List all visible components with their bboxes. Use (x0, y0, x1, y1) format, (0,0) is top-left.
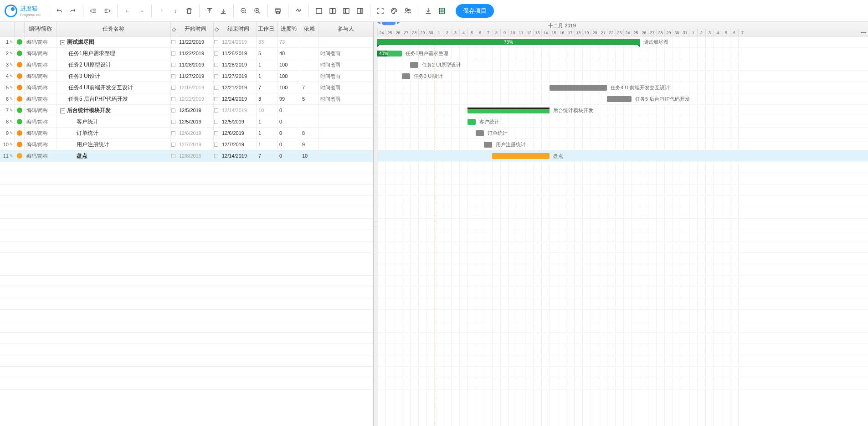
row-assign[interactable] (318, 139, 373, 150)
grid-row[interactable]: 7✎编码/简称−后台统计模块开发12/5/201912/14/2019100 (0, 105, 373, 116)
row-diamond2[interactable] (214, 71, 220, 82)
row-diamond1[interactable] (171, 59, 177, 70)
row-code[interactable]: 编码/简称 (25, 150, 56, 161)
delete-icon[interactable] (184, 5, 195, 16)
timeline-day[interactable]: 2 (697, 29, 705, 36)
row-code[interactable]: 编码/简称 (25, 36, 56, 47)
row-end[interactable]: 12/24/2019 (220, 93, 257, 104)
timeline-day[interactable]: 10 (508, 29, 517, 36)
col-days[interactable]: 工作日. (257, 22, 277, 36)
timeline-day[interactable]: 31 (681, 29, 689, 36)
row-status[interactable] (15, 71, 25, 82)
timeline-day[interactable]: 23 (615, 29, 623, 36)
critical-path-icon[interactable] (293, 5, 304, 16)
row-dep[interactable]: 5 (300, 93, 318, 104)
row-dep[interactable] (300, 71, 318, 82)
row-days[interactable]: 3 (257, 93, 277, 104)
row-end[interactable]: 11/27/2019 (220, 71, 257, 82)
row-days[interactable]: 1 (257, 59, 277, 70)
row-status[interactable] (15, 48, 25, 59)
gantt-bar[interactable]: 任务5 后台PHP代码开发 (607, 96, 632, 102)
row-days[interactable]: 7 (257, 82, 277, 93)
row-progress[interactable]: 100 (277, 59, 300, 70)
row-start[interactable]: 12/5/2019 (177, 116, 214, 127)
timeline-day[interactable]: 28 (656, 29, 664, 36)
row-dep[interactable] (300, 116, 318, 127)
timeline-day[interactable]: 22 (607, 29, 615, 36)
timeline-day[interactable]: 3 (451, 29, 459, 36)
move-left-icon[interactable]: ← (122, 5, 133, 16)
col-dep[interactable]: 依赖 (300, 22, 318, 36)
row-status[interactable] (15, 105, 25, 116)
row-assign[interactable]: 时间煮雨 (318, 71, 373, 82)
row-status[interactable] (15, 128, 25, 139)
row-code[interactable]: 编码/简称 (25, 48, 56, 59)
row-assign[interactable] (318, 116, 373, 127)
grid-row[interactable]: 6✎编码/简称任务5 后台PHP代码开发12/22/201912/24/2019… (0, 93, 373, 105)
timeline-slider[interactable] (382, 22, 395, 25)
timeline-day[interactable]: 18 (574, 29, 582, 36)
row-diamond2[interactable] (214, 128, 220, 139)
excel-icon[interactable] (437, 5, 447, 16)
timeline-day[interactable]: 6 (730, 29, 738, 36)
row-name[interactable]: 盘点 (56, 150, 171, 161)
undo-icon[interactable] (54, 5, 65, 16)
timeline-day[interactable]: 13 (533, 29, 541, 36)
timeline-day[interactable]: 24 (623, 29, 632, 36)
row-diamond1[interactable] (171, 93, 177, 104)
row-days[interactable]: 10 (257, 105, 277, 116)
row-name[interactable]: 任务1用户需求整理 (56, 48, 171, 59)
row-code[interactable]: 编码/简称 (25, 93, 56, 104)
row-diamond1[interactable] (171, 116, 177, 127)
layout-4-icon[interactable] (354, 5, 365, 16)
row-progress[interactable]: 73 (277, 36, 300, 47)
row-name[interactable]: 用户注册统计 (56, 139, 171, 150)
grid-row[interactable]: 10✎编码/简称用户注册统计12/7/201912/7/2019109 (0, 139, 373, 150)
row-dep[interactable]: 10 (300, 150, 318, 161)
timeline-day[interactable]: 28 (410, 29, 418, 36)
timeline-day[interactable]: 7 (738, 29, 746, 36)
gantt-bar[interactable]: 任务4 UI前端开发交互设计 (550, 85, 607, 91)
row-assign[interactable]: 时间煮雨 (318, 48, 373, 59)
row-dep[interactable] (300, 48, 318, 59)
row-days[interactable]: 5 (257, 48, 277, 59)
row-end[interactable]: 12/7/2019 (220, 139, 257, 150)
gantt-bar[interactable]: 盘点 (492, 153, 550, 159)
gantt-bar[interactable]: 任务3 UI设计 (402, 73, 410, 79)
timeline-day[interactable]: 16 (558, 29, 566, 36)
row-diamond1[interactable] (171, 128, 177, 139)
row-start[interactable]: 12/22/2019 (177, 93, 214, 104)
outdent-icon[interactable] (88, 5, 99, 16)
redo-icon[interactable] (67, 5, 78, 16)
row-diamond1[interactable] (171, 105, 177, 116)
timeline-day[interactable]: 5 (722, 29, 730, 36)
users-icon[interactable] (402, 5, 413, 16)
expand-icon[interactable] (218, 5, 229, 16)
timeline-day[interactable]: 6 (476, 29, 484, 36)
timeline-day[interactable]: 2 (443, 29, 451, 36)
row-dep[interactable]: 9 (300, 139, 318, 150)
row-start[interactable]: 12/7/2019 (177, 139, 214, 150)
timeline-day[interactable]: 3 (705, 29, 714, 36)
grid-row[interactable]: 5✎编码/简称任务4 UI前端开发交互设计12/15/201912/21/201… (0, 82, 373, 93)
row-dep[interactable] (300, 105, 318, 116)
row-name[interactable]: 客户统计 (56, 116, 171, 127)
timeline-day[interactable]: 11 (517, 29, 525, 36)
move-right-icon[interactable]: → (136, 5, 147, 16)
timeline-day[interactable]: 20 (591, 29, 599, 36)
timeline-day[interactable]: 7 (484, 29, 492, 36)
timeline-day[interactable]: 8 (492, 29, 500, 36)
pane-splitter[interactable]: ⋮⋮ (374, 22, 377, 426)
timeline-day[interactable]: 27 (402, 29, 410, 36)
col-code[interactable]: 编码/简称 (25, 22, 56, 36)
row-end[interactable]: 11/28/2019 (220, 59, 257, 70)
timeline-day[interactable]: 21 (599, 29, 607, 36)
col-name[interactable]: 任务名称 (56, 22, 171, 36)
row-days[interactable]: 33 (257, 36, 277, 47)
timeline-collapse-icon[interactable]: — (861, 29, 866, 36)
row-start[interactable]: 11/22/2019 (177, 48, 214, 59)
row-days[interactable]: 1 (257, 128, 277, 139)
row-status[interactable] (15, 82, 25, 93)
print-icon[interactable] (272, 5, 283, 16)
download-icon[interactable] (423, 5, 434, 16)
